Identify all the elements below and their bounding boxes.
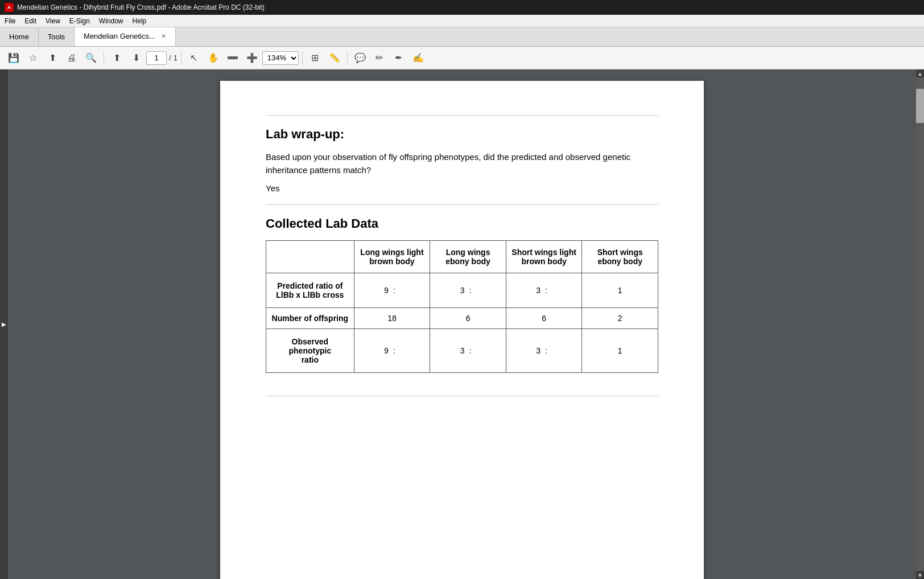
window-title: Mendelian Genetics - Dihybrid Fruit Fly …: [17, 3, 265, 11]
scroll-up-arrow[interactable]: ▲: [916, 69, 924, 77]
hand-tool-button[interactable]: ✋: [204, 49, 222, 67]
main-area: ▶ Lab wrap-up: Based upon your observati…: [0, 69, 924, 579]
offspring-row-label: Number of offspring: [266, 308, 354, 329]
page-up-button[interactable]: ⬆: [108, 49, 126, 67]
table-row-predicted: Predicted ratio ofLlBb x LlBb cross9:3:3…: [266, 273, 658, 308]
page-sep: /: [169, 54, 171, 62]
lab-wrapup-heading: Lab wrap-up:: [266, 127, 658, 142]
tab-home-label: Home: [9, 32, 29, 41]
search-button[interactable]: 🔍: [82, 49, 100, 67]
offspring-val3: 6: [506, 308, 582, 329]
sep3: [302, 51, 303, 65]
pdf-page: Lab wrap-up: Based upon your observation…: [220, 81, 704, 579]
predicted-label: Predicted ratio ofLlBb x LlBb cross: [266, 273, 354, 308]
scroll-track[interactable]: [916, 77, 924, 571]
menu-edit[interactable]: Edit: [20, 16, 41, 26]
tabs-bar: Home Tools Mendelian Genetics... ✕: [0, 27, 924, 47]
left-panel-toggle[interactable]: ▶: [0, 69, 8, 579]
app-icon: A: [5, 3, 14, 12]
zoom-in-button[interactable]: ➕: [243, 49, 261, 67]
top-divider: [266, 115, 658, 116]
observed-label: Observed phenotypicratio: [266, 329, 354, 373]
collected-data-heading: Collected Lab Data: [266, 216, 658, 231]
page-down-button[interactable]: ⬇: [127, 49, 145, 67]
scrollbar[interactable]: ▲ ▼: [916, 69, 924, 579]
data-table: Long wings light brown body Long wings e…: [266, 240, 658, 373]
lab-wrapup-question: Based upon your observation of fly offsp…: [266, 151, 658, 176]
menu-bar: File Edit View E-Sign Window Help: [0, 15, 924, 27]
toolbar: 💾 ☆ ⬆ 🖨 🔍 ⬆ ⬇ / 1 ↖ ✋ ➖ ➕ 134% 50% 75% 1…: [0, 47, 924, 69]
lab-wrapup-answer: Yes: [266, 183, 658, 193]
draw-button[interactable]: ✒: [390, 49, 408, 67]
ruler-button[interactable]: 📏: [325, 49, 344, 67]
sign-button[interactable]: ✍: [409, 49, 427, 67]
page-nav: / 1: [146, 51, 178, 65]
scroll-thumb[interactable]: [916, 89, 924, 123]
bottom-divider: [266, 396, 658, 396]
comment-button[interactable]: 💬: [351, 49, 369, 67]
offspring-val4: 2: [582, 308, 658, 329]
menu-esign[interactable]: E-Sign: [65, 16, 94, 26]
tab-doc[interactable]: Mendelian Genetics... ✕: [75, 27, 176, 46]
marquee-zoom-button[interactable]: ⊞: [306, 49, 324, 67]
zoom-out-button[interactable]: ➖: [224, 49, 242, 67]
table-row-observed: Observed phenotypicratio9:3:3:1: [266, 329, 658, 373]
cursor-tool-button[interactable]: ↖: [185, 49, 203, 67]
offspring-val1: 18: [354, 308, 430, 329]
table-header-col4: Short wings ebony body: [582, 241, 658, 273]
tab-tools-label: Tools: [48, 32, 65, 41]
page-total: 1: [174, 54, 178, 62]
table-header-empty: [266, 241, 354, 273]
table-row-offspring: Number of offspring 18 6 6 2: [266, 308, 658, 329]
sep4: [347, 51, 348, 65]
table-header-col3: Short wings light brown body: [506, 241, 582, 273]
offspring-val2: 6: [430, 308, 506, 329]
highlight-button[interactable]: ✏: [370, 49, 389, 67]
menu-file[interactable]: File: [0, 16, 20, 26]
menu-view[interactable]: View: [41, 16, 65, 26]
print-button[interactable]: 🖨: [63, 49, 81, 67]
page-number-input[interactable]: [146, 51, 167, 65]
bookmark-button[interactable]: ☆: [24, 49, 42, 67]
table-header-col2: Long wings ebony body: [430, 241, 506, 273]
middle-divider: [266, 204, 658, 205]
tab-doc-label: Mendelian Genetics...: [84, 32, 155, 40]
menu-window[interactable]: Window: [94, 16, 128, 26]
sep2: [181, 51, 182, 65]
tab-tools[interactable]: Tools: [39, 27, 75, 46]
zoom-select[interactable]: 134% 50% 75% 100% 125% 150% 200%: [262, 51, 299, 65]
tab-home[interactable]: Home: [0, 27, 39, 46]
menu-help[interactable]: Help: [128, 16, 151, 26]
tab-close-button[interactable]: ✕: [161, 32, 166, 40]
save-button[interactable]: 💾: [5, 49, 23, 67]
sep1: [104, 51, 104, 65]
title-bar: A Mendelian Genetics - Dihybrid Fruit Fl…: [0, 0, 924, 15]
upload-button[interactable]: ⬆: [43, 49, 61, 67]
pdf-canvas[interactable]: Lab wrap-up: Based upon your observation…: [8, 69, 916, 579]
table-header-col1: Long wings light brown body: [354, 241, 430, 273]
scroll-down-arrow[interactable]: ▼: [916, 571, 924, 579]
